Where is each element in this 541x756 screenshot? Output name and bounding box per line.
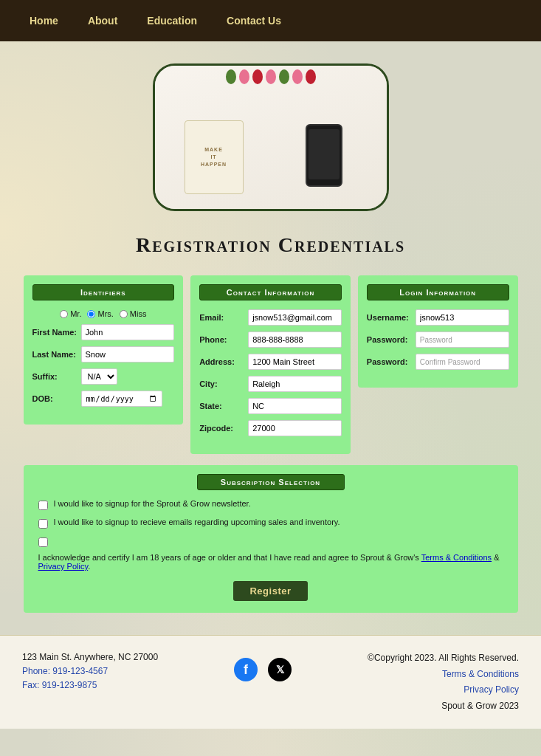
- notebook-decoration: MAKEITHAPPEN: [185, 120, 244, 194]
- confirm-password-input[interactable]: [416, 354, 509, 370]
- nav-about[interactable]: About: [73, 0, 132, 41]
- footer-phone[interactable]: Phone: 919-123-4567: [22, 664, 158, 678]
- terms-conditions-link[interactable]: Terms & Conditions: [421, 553, 492, 562]
- terms-text: I acknowledge and certify I am 18 years …: [38, 553, 503, 571]
- identifiers-header: Identifiers: [32, 284, 175, 300]
- username-input[interactable]: [416, 309, 509, 326]
- phone-row: Phone:: [199, 331, 342, 348]
- address-input[interactable]: [248, 354, 342, 370]
- city-input[interactable]: [248, 376, 342, 392]
- subscription-section: Subscription Selection I would like to s…: [24, 465, 518, 613]
- nav-contact[interactable]: Contact Us: [212, 0, 296, 41]
- footer-copyright: ©Copyright 2023. All Rights Reserved.: [368, 653, 519, 663]
- hero-container: MAKEITHAPPEN: [0, 41, 541, 226]
- first-name-row: First Name:: [32, 324, 175, 340]
- contact-header: Contact Information: [199, 284, 342, 300]
- radio-mr[interactable]: [60, 310, 68, 318]
- footer-social: f 𝕏: [234, 650, 292, 681]
- email-label: Email:: [199, 313, 244, 322]
- footer-address: 123 Main St. Anywhere, NC 27000: [22, 652, 158, 662]
- terms-checkbox[interactable]: [38, 537, 48, 547]
- page-title: Registration Credentials: [0, 233, 541, 257]
- newsletter-label: I would like to signup for the Sprout & …: [54, 499, 251, 508]
- state-label: State:: [199, 402, 244, 410]
- last-name-row: Last Name:: [32, 346, 175, 362]
- salutation-miss[interactable]: Miss: [120, 309, 147, 318]
- terms-row: I acknowledge and certify I am 18 years …: [38, 536, 503, 571]
- password-row: Password:: [367, 331, 509, 348]
- address-label: Address:: [199, 357, 244, 366]
- emails-row: I would like to signup to recieve emails…: [38, 518, 503, 529]
- salutation-group: Mr. Mrs. Miss: [32, 309, 175, 318]
- email-row: Email:: [199, 309, 342, 326]
- zipcode-input[interactable]: [248, 420, 342, 436]
- city-label: City:: [199, 379, 244, 388]
- nav-home[interactable]: Home: [15, 0, 73, 41]
- footer-brand: Spout & Grow 2023: [441, 701, 519, 711]
- privacy-policy-link[interactable]: Privacy Policy: [38, 562, 89, 571]
- first-name-input[interactable]: [81, 324, 175, 340]
- footer: 123 Main St. Anywhere, NC 27000 Phone: 9…: [0, 635, 541, 729]
- zipcode-label: Zipcode:: [199, 424, 244, 433]
- form-columns: Identifiers Mr. Mrs. Miss First Name:: [24, 275, 518, 454]
- subscription-header: Subscription Selection: [197, 474, 345, 490]
- footer-right: ©Copyright 2023. All Rights Reserved. Te…: [368, 650, 519, 714]
- nav-education[interactable]: Education: [132, 0, 212, 41]
- dob-row: DOB:: [32, 391, 175, 407]
- address-row: Address:: [199, 354, 342, 370]
- email-input[interactable]: [248, 309, 342, 326]
- state-row: State:: [199, 398, 342, 414]
- username-label: Username:: [367, 313, 411, 322]
- state-input[interactable]: [248, 398, 342, 414]
- confirm-password-row: Password:: [367, 354, 509, 370]
- login-header: Login Information: [367, 284, 509, 300]
- footer-left: 123 Main St. Anywhere, NC 27000 Phone: 9…: [22, 650, 158, 693]
- suffix-row: Suffix: N/A Jr. Sr. II III: [32, 368, 175, 385]
- password-input[interactable]: [416, 331, 509, 348]
- city-row: City:: [199, 376, 342, 392]
- login-section: Login Information Username: Password: Pa…: [358, 275, 518, 388]
- phone-decoration: [306, 124, 342, 187]
- register-btn-container: Register: [38, 581, 503, 601]
- emails-checkbox[interactable]: [38, 519, 48, 529]
- registration-form: Identifiers Mr. Mrs. Miss First Name:: [13, 275, 529, 613]
- password-label: Password:: [367, 335, 411, 344]
- register-button[interactable]: Register: [233, 581, 307, 601]
- phone-input[interactable]: [248, 331, 342, 348]
- zipcode-row: Zipcode:: [199, 420, 342, 436]
- navigation: Home About Education Contact Us: [0, 0, 541, 41]
- username-row: Username:: [367, 309, 509, 326]
- contact-section: Contact Information Email: Phone: Addres…: [190, 275, 351, 454]
- suffix-select[interactable]: N/A Jr. Sr. II III: [81, 368, 117, 385]
- last-name-input[interactable]: [81, 346, 175, 362]
- footer-terms-link[interactable]: Terms & Conditions: [368, 667, 519, 683]
- first-name-label: First Name:: [32, 328, 77, 337]
- salutation-mrs[interactable]: Mrs.: [87, 309, 113, 318]
- facebook-icon[interactable]: f: [234, 658, 258, 681]
- flower-decoration: [226, 69, 316, 84]
- newsletter-row: I would like to signup for the Sprout & …: [38, 499, 503, 510]
- salutation-mr[interactable]: Mr.: [60, 309, 81, 318]
- footer-fax[interactable]: Fax: 919-123-9875: [22, 678, 158, 693]
- radio-mrs[interactable]: [87, 310, 95, 318]
- last-name-label: Last Name:: [32, 350, 77, 359]
- emails-label: I would like to signup to recieve emails…: [54, 518, 340, 526]
- dob-input[interactable]: [81, 391, 162, 407]
- phone-label: Phone:: [199, 335, 244, 344]
- confirm-label: Password:: [367, 357, 411, 366]
- suffix-label: Suffix:: [32, 372, 77, 381]
- footer-privacy-link[interactable]: Privacy Policy: [368, 682, 519, 698]
- newsletter-checkbox[interactable]: [38, 501, 48, 510]
- twitter-x-icon[interactable]: 𝕏: [268, 658, 292, 681]
- radio-miss[interactable]: [120, 310, 128, 318]
- hero-image: MAKEITHAPPEN: [153, 63, 389, 211]
- dob-label: DOB:: [32, 394, 77, 403]
- identifiers-section: Identifiers Mr. Mrs. Miss First Name:: [24, 275, 184, 425]
